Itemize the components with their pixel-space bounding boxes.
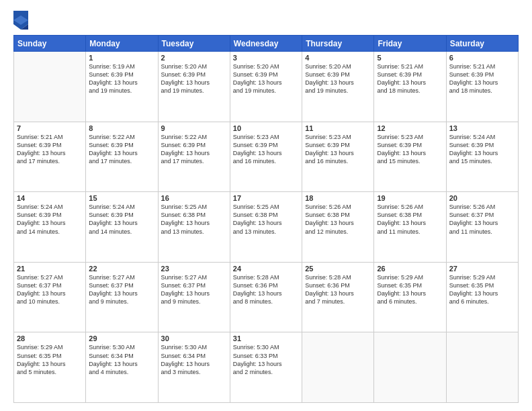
day-info: Sunrise: 5:22 AM Sunset: 6:39 PM Dayligh…	[161, 133, 227, 166]
day-number: 26	[377, 265, 443, 273]
day-info: Sunrise: 5:29 AM Sunset: 6:35 PM Dayligh…	[17, 343, 83, 376]
day-number: 5	[377, 54, 443, 62]
calendar-cell: 24Sunrise: 5:28 AM Sunset: 6:36 PM Dayli…	[230, 262, 302, 332]
calendar-cell: 29Sunrise: 5:30 AM Sunset: 6:34 PM Dayli…	[86, 332, 158, 403]
day-number: 6	[449, 54, 515, 62]
calendar-header-wednesday: Wednesday	[230, 36, 302, 52]
day-number: 3	[233, 54, 299, 62]
calendar-header-friday: Friday	[374, 36, 446, 52]
day-info: Sunrise: 5:23 AM Sunset: 6:39 PM Dayligh…	[305, 133, 371, 166]
day-info: Sunrise: 5:26 AM Sunset: 6:37 PM Dayligh…	[449, 203, 515, 236]
calendar-cell: 17Sunrise: 5:25 AM Sunset: 6:38 PM Dayli…	[230, 192, 302, 263]
calendar-cell: 12Sunrise: 5:23 AM Sunset: 6:39 PM Dayli…	[374, 122, 446, 192]
calendar-cell: 8Sunrise: 5:22 AM Sunset: 6:39 PM Daylig…	[86, 122, 158, 192]
day-number: 22	[89, 265, 154, 273]
calendar-cell: 20Sunrise: 5:26 AM Sunset: 6:37 PM Dayli…	[446, 192, 518, 263]
day-info: Sunrise: 5:21 AM Sunset: 6:39 PM Dayligh…	[17, 133, 83, 166]
calendar-cell: 5Sunrise: 5:21 AM Sunset: 6:39 PM Daylig…	[374, 52, 446, 122]
calendar-cell: 14Sunrise: 5:24 AM Sunset: 6:39 PM Dayli…	[14, 192, 86, 263]
calendar-cell: 30Sunrise: 5:30 AM Sunset: 6:34 PM Dayli…	[158, 332, 230, 403]
calendar-week-0: 1Sunrise: 5:19 AM Sunset: 6:39 PM Daylig…	[14, 52, 519, 122]
day-info: Sunrise: 5:25 AM Sunset: 6:38 PM Dayligh…	[233, 203, 299, 236]
calendar-cell: 28Sunrise: 5:29 AM Sunset: 6:35 PM Dayli…	[14, 332, 86, 403]
calendar-cell: 18Sunrise: 5:26 AM Sunset: 6:38 PM Dayli…	[302, 192, 374, 263]
calendar-cell: 26Sunrise: 5:29 AM Sunset: 6:35 PM Dayli…	[374, 262, 446, 332]
calendar-cell: 6Sunrise: 5:21 AM Sunset: 6:39 PM Daylig…	[446, 52, 518, 122]
logo	[13, 11, 31, 30]
calendar-cell: 3Sunrise: 5:20 AM Sunset: 6:39 PM Daylig…	[230, 52, 302, 122]
calendar-table: SundayMondayTuesdayWednesdayThursdayFrid…	[13, 35, 519, 403]
calendar-header-thursday: Thursday	[302, 36, 374, 52]
day-info: Sunrise: 5:19 AM Sunset: 6:39 PM Dayligh…	[89, 62, 154, 95]
calendar-cell: 4Sunrise: 5:20 AM Sunset: 6:39 PM Daylig…	[302, 52, 374, 122]
calendar-cell: 9Sunrise: 5:22 AM Sunset: 6:39 PM Daylig…	[158, 122, 230, 192]
day-number: 8	[89, 124, 154, 132]
day-number: 1	[89, 54, 154, 62]
day-info: Sunrise: 5:20 AM Sunset: 6:39 PM Dayligh…	[305, 62, 371, 95]
day-info: Sunrise: 5:28 AM Sunset: 6:36 PM Dayligh…	[233, 273, 299, 306]
day-number: 9	[161, 124, 227, 132]
calendar-header-monday: Monday	[86, 36, 158, 52]
day-info: Sunrise: 5:29 AM Sunset: 6:35 PM Dayligh…	[377, 273, 443, 306]
day-number: 11	[305, 124, 371, 132]
day-number: 23	[161, 265, 227, 273]
calendar-cell: 19Sunrise: 5:26 AM Sunset: 6:38 PM Dayli…	[374, 192, 446, 263]
calendar-cell: 10Sunrise: 5:23 AM Sunset: 6:39 PM Dayli…	[230, 122, 302, 192]
day-info: Sunrise: 5:24 AM Sunset: 6:39 PM Dayligh…	[17, 203, 83, 236]
day-info: Sunrise: 5:24 AM Sunset: 6:39 PM Dayligh…	[89, 203, 154, 236]
calendar-week-1: 7Sunrise: 5:21 AM Sunset: 6:39 PM Daylig…	[14, 122, 519, 192]
calendar-cell: 22Sunrise: 5:27 AM Sunset: 6:37 PM Dayli…	[86, 262, 158, 332]
calendar-header-saturday: Saturday	[446, 36, 518, 52]
calendar-cell: 15Sunrise: 5:24 AM Sunset: 6:39 PM Dayli…	[86, 192, 158, 263]
calendar-cell: 1Sunrise: 5:19 AM Sunset: 6:39 PM Daylig…	[86, 52, 158, 122]
day-number: 12	[377, 124, 443, 132]
calendar-cell: 21Sunrise: 5:27 AM Sunset: 6:37 PM Dayli…	[14, 262, 86, 332]
day-number: 15	[89, 194, 154, 202]
day-info: Sunrise: 5:29 AM Sunset: 6:35 PM Dayligh…	[449, 273, 515, 306]
calendar-cell: 11Sunrise: 5:23 AM Sunset: 6:39 PM Dayli…	[302, 122, 374, 192]
calendar-cell: 13Sunrise: 5:24 AM Sunset: 6:39 PM Dayli…	[446, 122, 518, 192]
day-number: 29	[89, 334, 154, 342]
calendar-cell: 16Sunrise: 5:25 AM Sunset: 6:38 PM Dayli…	[158, 192, 230, 263]
day-info: Sunrise: 5:27 AM Sunset: 6:37 PM Dayligh…	[89, 273, 154, 306]
day-info: Sunrise: 5:20 AM Sunset: 6:39 PM Dayligh…	[233, 62, 299, 95]
day-number: 27	[449, 265, 515, 273]
calendar-cell: 31Sunrise: 5:30 AM Sunset: 6:33 PM Dayli…	[230, 332, 302, 403]
calendar-header-tuesday: Tuesday	[158, 36, 230, 52]
day-info: Sunrise: 5:26 AM Sunset: 6:38 PM Dayligh…	[377, 203, 443, 236]
day-number: 20	[449, 194, 515, 202]
day-info: Sunrise: 5:28 AM Sunset: 6:36 PM Dayligh…	[305, 273, 371, 306]
day-number: 21	[17, 265, 83, 273]
day-info: Sunrise: 5:23 AM Sunset: 6:39 PM Dayligh…	[377, 133, 443, 166]
day-number: 16	[161, 194, 227, 202]
day-info: Sunrise: 5:20 AM Sunset: 6:39 PM Dayligh…	[161, 62, 227, 95]
day-info: Sunrise: 5:25 AM Sunset: 6:38 PM Dayligh…	[161, 203, 227, 236]
calendar-cell	[446, 332, 518, 403]
calendar-cell: 23Sunrise: 5:27 AM Sunset: 6:37 PM Dayli…	[158, 262, 230, 332]
day-number: 17	[233, 194, 299, 202]
day-number: 7	[17, 124, 83, 132]
day-number: 19	[377, 194, 443, 202]
calendar-cell	[302, 332, 374, 403]
day-number: 24	[233, 265, 299, 273]
calendar-cell: 2Sunrise: 5:20 AM Sunset: 6:39 PM Daylig…	[158, 52, 230, 122]
calendar-cell: 7Sunrise: 5:21 AM Sunset: 6:39 PM Daylig…	[14, 122, 86, 192]
day-number: 14	[17, 194, 83, 202]
calendar-header-row: SundayMondayTuesdayWednesdayThursdayFrid…	[14, 36, 519, 52]
day-info: Sunrise: 5:30 AM Sunset: 6:33 PM Dayligh…	[233, 343, 299, 376]
page: SundayMondayTuesdayWednesdayThursdayFrid…	[0, 0, 532, 411]
day-info: Sunrise: 5:22 AM Sunset: 6:39 PM Dayligh…	[89, 133, 154, 166]
calendar-cell	[14, 52, 86, 122]
day-info: Sunrise: 5:27 AM Sunset: 6:37 PM Dayligh…	[17, 273, 83, 306]
day-info: Sunrise: 5:23 AM Sunset: 6:39 PM Dayligh…	[233, 133, 299, 166]
calendar-week-2: 14Sunrise: 5:24 AM Sunset: 6:39 PM Dayli…	[14, 192, 519, 263]
day-info: Sunrise: 5:21 AM Sunset: 6:39 PM Dayligh…	[377, 62, 443, 95]
header	[13, 11, 519, 30]
logo-icon	[13, 11, 28, 30]
day-info: Sunrise: 5:24 AM Sunset: 6:39 PM Dayligh…	[449, 133, 515, 166]
day-number: 28	[17, 334, 83, 342]
calendar-week-4: 28Sunrise: 5:29 AM Sunset: 6:35 PM Dayli…	[14, 332, 519, 403]
day-info: Sunrise: 5:26 AM Sunset: 6:38 PM Dayligh…	[305, 203, 371, 236]
day-number: 10	[233, 124, 299, 132]
day-number: 2	[161, 54, 227, 62]
